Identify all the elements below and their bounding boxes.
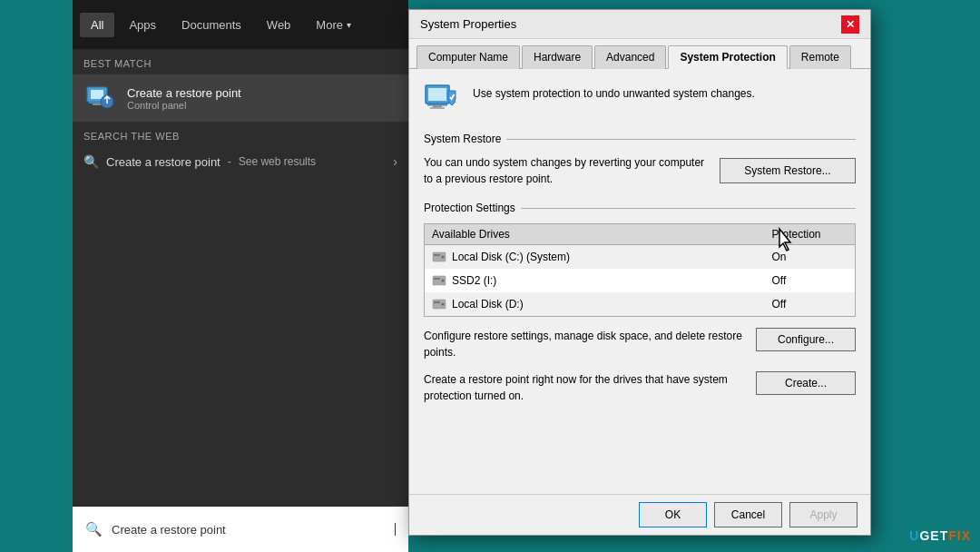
section-divider: [506, 139, 856, 140]
svg-rect-9: [430, 107, 445, 109]
dialog-header-text: Use system protection to undo unwanted s…: [473, 82, 755, 102]
table-row[interactable]: Local Disk (C:) (System) On: [425, 245, 856, 270]
web-result-text: Create a restore point: [106, 155, 220, 169]
col-header-drive: Available Drives: [425, 224, 765, 245]
tab-hardware[interactable]: Hardware: [522, 45, 593, 69]
tab-apps[interactable]: Apps: [118, 13, 167, 37]
section-divider-2: [521, 208, 856, 209]
text-cursor: [395, 523, 396, 536]
result-title: Create a restore point: [127, 86, 241, 100]
top-result-item[interactable]: Create a restore point Control panel: [73, 74, 408, 122]
tab-computer-name[interactable]: Computer Name: [416, 45, 520, 69]
svg-rect-6: [428, 88, 446, 101]
dialog-tabs: Computer Name Hardware Advanced System P…: [409, 39, 870, 69]
create-row: Create a restore point right now for the…: [424, 371, 856, 404]
system-restore-section: System Restore You can undo system chang…: [424, 133, 856, 187]
table-row[interactable]: Local Disk (D:) Off: [425, 292, 856, 317]
start-tabs: All Apps Documents Web More ▾: [73, 0, 408, 49]
col-header-protection: Protection: [765, 224, 856, 245]
dialog-titlebar: System Properties ✕: [409, 10, 870, 39]
result-text: Create a restore point Control panel: [127, 86, 241, 111]
system-restore-row: You can undo system changes by reverting…: [424, 154, 856, 187]
create-button[interactable]: Create...: [756, 371, 856, 395]
watermark-text-get: GET: [919, 528, 948, 543]
drive-cell-2: SSD2 (I:): [425, 269, 765, 292]
search-results-panel: Best match Create a restore point Contro…: [73, 49, 408, 507]
system-restore-label-text: System Restore: [424, 133, 506, 145]
drive-icon-1: [432, 250, 446, 264]
drives-table: Available Drives Protection Local Disk (…: [424, 223, 856, 317]
drive-cell-3: Local Disk (D:): [425, 292, 765, 316]
protection-cell-3: Off: [765, 292, 856, 317]
watermark: UGETFIX: [909, 528, 971, 543]
svg-rect-18: [434, 301, 440, 303]
search-bar[interactable]: 🔍 Create a restore point: [73, 507, 408, 552]
dialog-header-row: Use system protection to undo unwanted s…: [424, 82, 856, 118]
svg-rect-12: [434, 254, 440, 256]
system-restore-label: System Restore: [424, 133, 856, 145]
dialog-content: Use system protection to undo unwanted s…: [409, 69, 870, 494]
apply-button[interactable]: Apply: [789, 502, 858, 527]
start-menu-panel: All Apps Documents Web More ▾ Best match: [73, 0, 408, 552]
svg-point-11: [442, 256, 445, 259]
drive-icon-2: [432, 273, 446, 288]
cancel-button[interactable]: Cancel: [714, 502, 782, 527]
search-bar-icon: 🔍: [85, 521, 103, 537]
create-description: Create a restore point right now for the…: [424, 371, 745, 404]
search-web-label: Search the web: [73, 122, 408, 147]
protection-cell-2: Off: [765, 269, 856, 292]
table-row[interactable]: SSD2 (I:) Off: [425, 269, 856, 292]
system-restore-button[interactable]: System Restore...: [720, 158, 856, 183]
restore-point-icon: [83, 82, 116, 114]
see-web-results-text: See web results: [239, 155, 316, 168]
close-button[interactable]: ✕: [841, 15, 859, 34]
svg-rect-3: [93, 104, 102, 105]
protection-settings-label-text: Protection Settings: [424, 202, 521, 214]
tab-documents[interactable]: Documents: [171, 13, 252, 37]
svg-rect-1: [91, 90, 103, 99]
system-protection-icon: [424, 82, 460, 118]
tab-more[interactable]: More ▾: [305, 13, 362, 37]
tab-remote[interactable]: Remote: [789, 45, 851, 69]
drive-icon-3: [432, 297, 446, 311]
system-restore-body-text: You can undo system changes by reverting…: [424, 154, 709, 187]
protection-settings-label: Protection Settings: [424, 202, 856, 214]
tab-system-protection[interactable]: System Protection: [668, 45, 787, 69]
best-match-label: Best match: [73, 49, 408, 74]
watermark-text-fix: FIX: [948, 528, 971, 543]
search-icon: 🔍: [83, 154, 99, 169]
tab-all[interactable]: All: [80, 13, 114, 37]
protection-cell-1: On: [765, 245, 856, 270]
configure-button[interactable]: Configure...: [756, 328, 856, 351]
configure-description: Configure restore settings, manage disk …: [424, 328, 745, 360]
dialog-title: System Properties: [420, 17, 516, 31]
tab-advanced[interactable]: Advanced: [594, 45, 666, 69]
svg-rect-15: [434, 278, 440, 280]
drive-cell-1: Local Disk (C:) (System): [425, 245, 765, 269]
web-result-item[interactable]: 🔍 Create a restore point - See web resul…: [73, 147, 408, 176]
tab-web[interactable]: Web: [256, 13, 302, 37]
svg-rect-7: [427, 104, 447, 106]
web-result-see-text: -: [228, 155, 231, 168]
svg-point-17: [442, 303, 445, 306]
search-bar-input[interactable]: Create a restore point: [112, 523, 385, 537]
system-properties-dialog: System Properties ✕ Computer Name Hardwa…: [408, 9, 871, 536]
dialog-footer: OK Cancel Apply: [409, 494, 870, 535]
chevron-down-icon: ▾: [347, 20, 351, 30]
watermark-text-u: U: [909, 528, 919, 543]
result-subtitle: Control panel: [127, 100, 241, 111]
ok-button[interactable]: OK: [639, 502, 707, 527]
protection-settings-section: Protection Settings Available Drives Pro…: [424, 202, 856, 404]
svg-point-14: [442, 280, 445, 282]
configure-row: Configure restore settings, manage disk …: [424, 328, 856, 360]
chevron-right-icon: ›: [393, 154, 397, 169]
